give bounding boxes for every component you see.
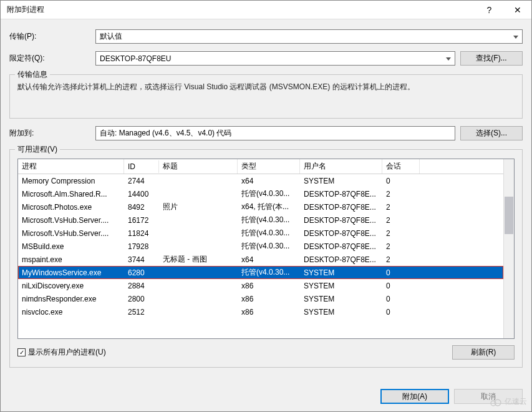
transport-combo[interactable]: 默认值 [95,29,523,44]
cell-title [159,245,238,248]
cell-type: x64 [238,175,300,187]
cell-user: DESKTOP-87QF8E... [300,215,382,226]
table-row[interactable]: niLxiDiscovery.exe2884x86SYSTEM0 [18,279,503,292]
help-icon[interactable]: ? [475,1,503,19]
process-list[interactable]: 进程 ID 标题 类型 用户名 会话 Memory Compression274… [17,159,515,339]
cell-title [159,232,238,235]
cell-proc: Microsoft.Photos.exe [18,202,124,213]
cell-user: DESKTOP-87QF8E... [300,254,382,265]
process-list-header[interactable]: 进程 ID 标题 类型 用户名 会话 [18,159,503,174]
attach-to-value-box: 自动: Managed (v4.6、v4.5、v4.0) 代码 [95,126,455,140]
transport-info-group: 传输信息 默认传输允许选择此计算机上的进程，或选择运行 Visual Studi… [9,74,523,119]
table-row[interactable]: MyWindowsService.exe6280托管(v4.0.30...SYS… [18,266,503,279]
cell-id: 11824 [124,228,159,239]
table-row[interactable]: Microsoft.VsHub.Server....11824托管(v4.0.3… [18,227,503,240]
cell-title [159,298,238,300]
cell-proc: nimdnsResponder.exe [18,293,124,305]
cell-session: 0 [382,293,420,305]
find-button[interactable]: 查找(F)... [460,51,523,66]
cell-session: 2 [382,254,420,265]
cell-type: 托管(v4.0.30... [238,227,300,240]
cell-id: 6280 [124,267,159,278]
attach-to-label: 附加到: [9,128,90,139]
cell-proc: Microsoft.Alm.Shared.R... [18,189,124,200]
transport-info-title: 传输信息 [15,69,50,80]
cell-user: SYSTEM [300,307,382,318]
table-row[interactable]: nimdnsResponder.exe2800x86SYSTEM0 [18,292,503,305]
col-id[interactable]: ID [124,160,159,173]
cell-id: 2800 [124,293,159,305]
col-session[interactable]: 会话 [382,159,420,174]
cell-type: 托管(v4.0.30... [238,240,300,253]
cell-user: DESKTOP-87QF8E... [300,189,382,200]
cell-proc: nisvcloc.exe [18,307,124,318]
cancel-button[interactable]: 取消 [454,389,523,404]
cell-type: x86 [238,280,300,292]
table-row[interactable]: Microsoft.Photos.exe8492照片x64, 托管(本...DE… [18,200,503,213]
cell-type: x86 [238,307,300,318]
table-row[interactable]: MSBuild.exe17928托管(v4.0.30...DESKTOP-87Q… [18,240,503,253]
col-process[interactable]: 进程 [18,159,124,174]
col-user[interactable]: 用户名 [300,159,382,174]
cell-title [159,193,238,195]
attach-to-process-dialog: 附加到进程 ? ✕ 传输(P): 默认值 限定符(Q): DESKTOP-87Q… [0,0,532,412]
transport-info-text: 默认传输允许选择此计算机上的进程，或选择运行 Visual Studio 远程调… [17,81,515,93]
cell-id: 14400 [124,189,159,200]
cell-user: SYSTEM [300,293,382,305]
transport-value: 默认值 [100,31,122,42]
cell-proc: Microsoft.VsHub.Server.... [18,215,124,226]
qualifier-combo[interactable]: DESKTOP-87QF8EU [95,51,455,66]
cell-user: DESKTOP-87QF8E... [300,202,382,213]
cell-type: 托管(v4.0.30... [238,187,300,200]
cell-id: 3744 [124,254,159,265]
cell-session: 0 [382,267,420,278]
attach-button[interactable]: 附加(A) [380,389,449,404]
table-row[interactable]: mspaint.exe3744无标题 - 画图x64DESKTOP-87QF8E… [18,253,503,266]
table-row[interactable]: Microsoft.Alm.Shared.R...14400托管(v4.0.30… [18,187,503,200]
cell-session: 2 [382,228,420,239]
refresh-button[interactable]: 刷新(R) [452,345,515,360]
cell-proc: Memory Compression [18,175,124,187]
cell-session: 0 [382,307,420,318]
cell-title [159,272,238,274]
cell-id: 17928 [124,241,159,252]
cell-id: 2884 [124,280,159,292]
cell-session: 2 [382,189,420,200]
close-icon[interactable]: ✕ [503,1,531,19]
qualifier-label: 限定符(Q): [9,53,90,64]
cell-title: 无标题 - 画图 [159,253,238,266]
window-title: 附加到进程 [1,4,475,15]
cell-type: 托管(v4.0.30... [238,266,300,279]
cell-proc: niLxiDiscovery.exe [18,280,124,292]
scrollbar-thumb[interactable] [505,197,513,234]
vertical-scrollbar[interactable] [503,159,514,338]
col-title[interactable]: 标题 [159,159,238,174]
table-row[interactable]: Memory Compression2744x64SYSTEM0 [18,174,503,187]
cell-user: SYSTEM [300,267,382,278]
table-row[interactable]: Microsoft.VsHub.Server....16172托管(v4.0.3… [18,213,503,227]
col-type[interactable]: 类型 [238,159,300,174]
attach-to-value: 自动: Managed (v4.6、v4.5、v4.0) 代码 [100,128,231,139]
cell-session: 2 [382,202,420,213]
cell-proc: MyWindowsService.exe [18,267,124,278]
cell-id: 2744 [124,175,159,187]
cell-session: 0 [382,175,420,187]
cell-id: 8492 [124,202,159,213]
qualifier-value: DESKTOP-87QF8EU [100,54,171,63]
cell-type: x64, 托管(本... [238,200,300,213]
cell-user: DESKTOP-87QF8E... [300,228,382,239]
table-row[interactable]: nisvcloc.exe2512x86SYSTEM0 [18,305,503,318]
cell-proc: MSBuild.exe [18,241,124,252]
cell-proc: mspaint.exe [18,254,124,265]
cell-user: DESKTOP-87QF8E... [300,241,382,252]
cell-session: 2 [382,241,420,252]
dialog-button-bar: 附加(A) 取消 [1,381,531,411]
show-all-users-label: 显示所有用户的进程(U) [28,347,106,358]
select-button[interactable]: 选择(S)... [460,126,523,140]
cell-user: SYSTEM [300,280,382,292]
available-processes-title: 可用进程(V) [15,144,60,155]
dialog-content: 传输(P): 默认值 限定符(Q): DESKTOP-87QF8EU 查找(F)… [1,19,531,381]
show-all-users-checkbox[interactable]: ✓ 显示所有用户的进程(U) [17,347,106,358]
cell-id: 16172 [124,215,159,226]
cell-session: 2 [382,215,420,226]
